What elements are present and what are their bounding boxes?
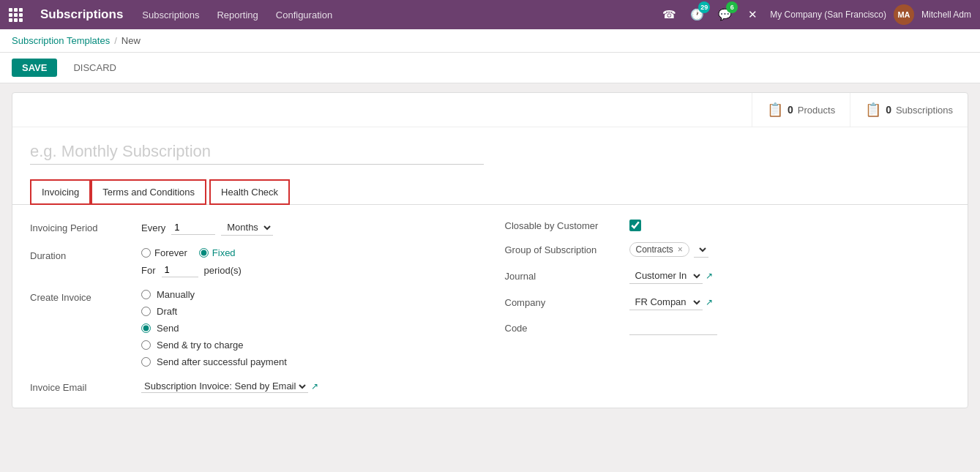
breadcrumb: Subscription Templates / New bbox=[0, 29, 980, 53]
message-icon[interactable]: 💬 6 bbox=[714, 4, 735, 25]
company-value: FR Compan ↗ bbox=[629, 294, 713, 310]
invoice-send[interactable]: Send bbox=[141, 323, 461, 334]
stat-products[interactable]: 📋 0 Products bbox=[752, 93, 850, 127]
manually-radio[interactable] bbox=[141, 290, 151, 299]
draft-radio[interactable] bbox=[141, 307, 151, 316]
journal-label: Journal bbox=[505, 271, 622, 282]
closable-checkbox[interactable] bbox=[629, 220, 641, 231]
topbar: Subscriptions Subscriptions Reporting Co… bbox=[0, 0, 980, 29]
discard-button[interactable]: DISCARD bbox=[63, 59, 127, 77]
invoice-manually[interactable]: Manually bbox=[141, 289, 461, 300]
forever-radio[interactable] bbox=[141, 248, 151, 258]
breadcrumb-link[interactable]: Subscription Templates bbox=[12, 35, 110, 46]
invoice-email-row: Invoice Email Subscription Invoice: Send… bbox=[30, 379, 461, 393]
invoice-send-after[interactable]: Send after successful payment bbox=[141, 356, 461, 367]
company-link[interactable]: ↗ bbox=[706, 297, 713, 307]
breadcrumb-current: New bbox=[121, 35, 141, 46]
fixed-label: Fixed bbox=[212, 247, 236, 258]
save-button[interactable]: SAVE bbox=[12, 59, 57, 77]
create-invoice-row: Create Invoice Manually Draft Send bbox=[30, 289, 461, 367]
invoicing-period-label: Invoicing Period bbox=[30, 220, 132, 233]
form-left: Invoicing Period Every Months Days Weeks… bbox=[30, 220, 490, 393]
invoice-send-try[interactable]: Send & try to charge bbox=[141, 340, 461, 351]
code-value bbox=[629, 321, 717, 335]
code-label: Code bbox=[505, 323, 622, 334]
products-icon: 📋 bbox=[767, 102, 783, 118]
duration-controls: Forever Fixed For period(s) bbox=[141, 247, 461, 277]
topbar-right: ☎ 🕐 29 💬 6 ✕ My Company (San Francisco) … bbox=[659, 4, 971, 25]
topbar-nav: Subscriptions Reporting Configuration bbox=[135, 4, 647, 26]
form-name-section bbox=[12, 127, 968, 171]
duration-label: Duration bbox=[30, 247, 132, 261]
duration-forever[interactable]: Forever bbox=[141, 247, 187, 258]
code-input[interactable] bbox=[629, 321, 717, 335]
invoice-email-select[interactable]: Subscription Invoice: Send by Email bbox=[141, 380, 308, 393]
form-name-input[interactable] bbox=[30, 142, 484, 165]
group-tag-label: Contracts bbox=[636, 244, 673, 255]
avatar[interactable]: MA bbox=[894, 4, 914, 25]
tab-invoicing[interactable]: Invoicing bbox=[30, 179, 91, 205]
forever-label: Forever bbox=[154, 247, 187, 258]
invoice-email-link[interactable]: ↗ bbox=[311, 381, 318, 392]
send-label: Send bbox=[157, 323, 179, 334]
company-select[interactable]: FR Compan bbox=[629, 294, 703, 310]
group-tag[interactable]: Contracts × bbox=[629, 242, 689, 257]
products-label: Products bbox=[798, 105, 835, 116]
nav-reporting[interactable]: Reporting bbox=[209, 4, 265, 26]
send-radio[interactable] bbox=[141, 323, 151, 333]
company-row: Company FR Compan ↗ bbox=[505, 294, 951, 310]
nav-subscriptions[interactable]: Subscriptions bbox=[135, 4, 206, 26]
for-number-input[interactable] bbox=[162, 263, 198, 277]
form-right: Closable by Customer Group of Subscripti… bbox=[490, 220, 951, 393]
app-name: Subscriptions bbox=[40, 7, 123, 22]
breadcrumb-separator: / bbox=[114, 35, 117, 46]
period-row: For period(s) bbox=[141, 263, 461, 277]
every-label: Every bbox=[141, 222, 165, 233]
code-row: Code bbox=[505, 321, 951, 335]
journal-link[interactable]: ↗ bbox=[706, 271, 713, 281]
closable-label: Closable by Customer bbox=[505, 220, 622, 231]
group-select[interactable] bbox=[694, 241, 708, 258]
period-number-input[interactable] bbox=[171, 220, 215, 235]
apps-icon[interactable] bbox=[9, 8, 23, 22]
products-count: 0 bbox=[788, 104, 793, 116]
company-label: Company bbox=[505, 297, 622, 308]
fixed-radio[interactable] bbox=[199, 248, 209, 258]
close-icon[interactable]: ✕ bbox=[742, 4, 763, 25]
invoice-draft[interactable]: Draft bbox=[141, 306, 461, 317]
period-unit-select[interactable]: Months Days Weeks Years bbox=[221, 220, 273, 236]
period-inline: Every Months Days Weeks Years bbox=[141, 220, 461, 236]
invoice-email-label: Invoice Email bbox=[30, 379, 132, 393]
invoicing-period-row: Invoicing Period Every Months Days Weeks… bbox=[30, 220, 461, 236]
activity-icon[interactable]: 🕐 29 bbox=[687, 4, 707, 25]
phone-icon[interactable]: ☎ bbox=[659, 4, 679, 25]
message-badge: 6 bbox=[726, 1, 738, 13]
journal-row: Journal Customer In ↗ bbox=[505, 268, 951, 284]
group-tag-remove[interactable]: × bbox=[678, 244, 683, 255]
company-name[interactable]: My Company (San Francisco) bbox=[770, 10, 886, 20]
stat-subscriptions[interactable]: 📋 0 Subscriptions bbox=[850, 93, 968, 127]
activity-badge: 29 bbox=[698, 1, 710, 13]
tab-terms[interactable]: Terms and Conditions bbox=[91, 179, 206, 205]
group-row: Group of Subscription Contracts × bbox=[505, 241, 951, 258]
draft-label: Draft bbox=[157, 306, 177, 317]
closable-row: Closable by Customer bbox=[505, 220, 951, 231]
subscriptions-count: 0 bbox=[886, 104, 891, 116]
user-name: Mitchell Adm bbox=[921, 10, 971, 20]
send-after-label: Send after successful payment bbox=[157, 356, 287, 367]
duration-fixed[interactable]: Fixed bbox=[199, 247, 236, 258]
nav-configuration[interactable]: Configuration bbox=[269, 4, 340, 26]
for-label: For bbox=[141, 265, 156, 276]
manually-label: Manually bbox=[157, 289, 195, 300]
tab-health-check[interactable]: Health Check bbox=[209, 179, 290, 205]
form-body: Invoicing Period Every Months Days Weeks… bbox=[12, 205, 968, 408]
send-try-radio[interactable] bbox=[141, 340, 151, 350]
subscriptions-icon: 📋 bbox=[865, 102, 881, 118]
journal-select[interactable]: Customer In bbox=[629, 268, 703, 284]
invoicing-period-controls: Every Months Days Weeks Years bbox=[141, 220, 461, 236]
journal-value: Customer In ↗ bbox=[629, 268, 713, 284]
closable-value bbox=[629, 220, 641, 231]
create-invoice-label: Create Invoice bbox=[30, 289, 132, 303]
send-after-radio[interactable] bbox=[141, 357, 151, 367]
group-label: Group of Subscription bbox=[505, 244, 622, 255]
